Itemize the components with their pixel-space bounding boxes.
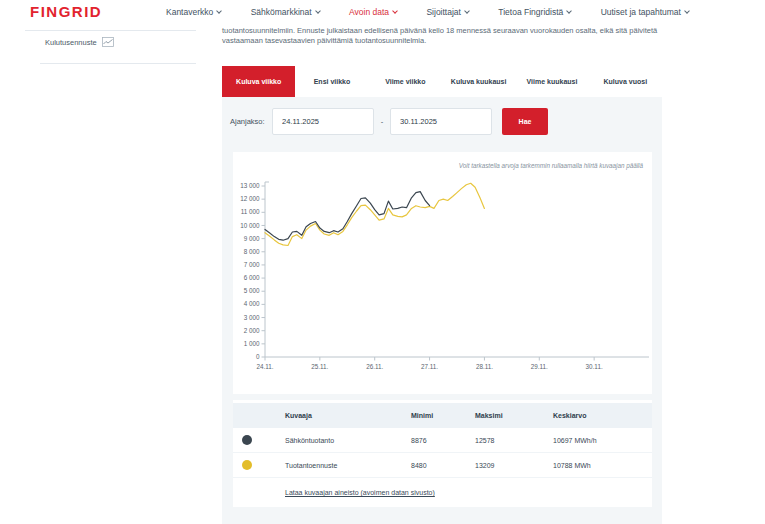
tab-kuluva-viikko[interactable]: Kuluva viikko bbox=[222, 66, 295, 97]
nav-label: Kantaverkko bbox=[166, 7, 213, 17]
data-panel: Kuluva viikko Ensi viikko Viime viikko K… bbox=[222, 66, 662, 524]
svg-text:11 000: 11 000 bbox=[241, 208, 260, 215]
svg-text:10 000: 10 000 bbox=[240, 222, 260, 229]
svg-text:28.11.: 28.11. bbox=[476, 363, 493, 370]
nav-label: Uutiset ja tapahtumat bbox=[601, 7, 681, 17]
chart-card: Voit tarkastella arvoja tarkemmin rullaa… bbox=[233, 152, 652, 394]
chevron-down-icon bbox=[216, 8, 222, 14]
svg-text:4 000: 4 000 bbox=[244, 300, 260, 307]
series-min: 8876 bbox=[411, 437, 475, 444]
svg-text:2 000: 2 000 bbox=[244, 327, 260, 334]
line-chart[interactable]: 01 0002 0003 0004 0005 0006 0007 0008 00… bbox=[233, 152, 652, 394]
sidebar-item-label: Kulutusennuste bbox=[45, 38, 97, 47]
svg-text:9 000: 9 000 bbox=[244, 235, 260, 242]
col-header-minimi: Minimi bbox=[411, 412, 475, 419]
nav-item-sahkomarkkinat[interactable]: Sähkömarkkinat bbox=[251, 7, 320, 17]
col-header-maksimi: Maksimi bbox=[475, 412, 553, 419]
chevron-down-icon bbox=[464, 8, 470, 14]
svg-text:13 000: 13 000 bbox=[240, 182, 260, 189]
svg-text:12 000: 12 000 bbox=[240, 195, 260, 202]
svg-text:8 000: 8 000 bbox=[244, 248, 260, 255]
fingrid-logo[interactable]: FINGRID bbox=[30, 0, 102, 24]
series-name: Sähköntuotanto bbox=[285, 437, 411, 444]
series-max: 12578 bbox=[475, 437, 553, 444]
date-filter-row: Ajanjakso: 24.11.2025 - 30.11.2025 Hae bbox=[222, 108, 662, 135]
chevron-down-icon bbox=[566, 8, 572, 14]
svg-text:24.11.: 24.11. bbox=[256, 363, 273, 370]
tab-viime-kuukausi[interactable]: Viime kuukausi bbox=[515, 66, 588, 97]
date-range-label: Ajanjakso: bbox=[230, 117, 272, 126]
svg-text:27.11.: 27.11. bbox=[421, 363, 438, 370]
table-row-sahkontuotanto: Sähköntuotanto 8876 12578 10697 MWh/h bbox=[233, 428, 652, 453]
series-color-dot bbox=[242, 460, 252, 470]
col-header-kuvaaja: Kuvaaja bbox=[285, 412, 411, 419]
svg-text:6 000: 6 000 bbox=[244, 274, 260, 281]
tab-ensi-viikko[interactable]: Ensi viikko bbox=[295, 66, 368, 97]
svg-text:25.11.: 25.11. bbox=[311, 363, 328, 370]
sidebar-item-kulutusennuste[interactable]: Kulutusennuste bbox=[45, 37, 114, 47]
tab-kuluva-kuukausi[interactable]: Kuluva kuukausi bbox=[442, 66, 515, 97]
line-chart-icon bbox=[102, 37, 114, 47]
date-range-separator: - bbox=[374, 117, 390, 126]
legend-table-card: Kuvaaja Minimi Maksimi Keskiarvo Sähkönt… bbox=[233, 400, 652, 507]
svg-text:0: 0 bbox=[256, 353, 260, 360]
table-row-tuotantoennuste: Tuotantoennuste 8480 13209 10788 MWh bbox=[233, 453, 652, 478]
svg-text:3 000: 3 000 bbox=[244, 314, 260, 321]
chevron-down-icon bbox=[684, 8, 690, 14]
search-button[interactable]: Hae bbox=[502, 108, 548, 135]
sidebar-divider bbox=[40, 63, 196, 64]
svg-text:1 000: 1 000 bbox=[244, 340, 260, 347]
page: FINGRID Kantaverkko Sähkömarkkinat Avoin… bbox=[0, 0, 765, 524]
nav-label: Avoin data bbox=[349, 7, 389, 17]
top-header: FINGRID Kantaverkko Sähkömarkkinat Avoin… bbox=[0, 0, 765, 24]
nav-item-sijoittajat[interactable]: Sijoittajat bbox=[426, 7, 469, 17]
main-nav: Kantaverkko Sähkömarkkinat Avoin data Si… bbox=[166, 0, 689, 24]
date-from-input[interactable]: 24.11.2025 bbox=[272, 108, 374, 135]
tab-kuluva-vuosi[interactable]: Kuluva vuosi bbox=[589, 66, 662, 97]
download-data-link[interactable]: Lataa kuvaajan aineisto (avoimen datan s… bbox=[285, 489, 435, 496]
nav-label: Tietoa Fingridistä bbox=[498, 7, 563, 17]
chevron-down-icon bbox=[315, 8, 321, 14]
series-max: 13209 bbox=[475, 462, 553, 469]
nav-label: Sijoittajat bbox=[426, 7, 461, 17]
series-min: 8480 bbox=[411, 462, 475, 469]
svg-text:7 000: 7 000 bbox=[244, 261, 260, 268]
col-header-keskiarvo: Keskiarvo bbox=[553, 412, 652, 419]
chevron-down-icon bbox=[392, 8, 398, 14]
nav-item-uutiset[interactable]: Uutiset ja tapahtumat bbox=[601, 7, 689, 17]
nav-item-avoin-data[interactable]: Avoin data bbox=[349, 7, 397, 17]
series-avg: 10788 MWh bbox=[553, 462, 652, 469]
nav-item-tietoa-fingridista[interactable]: Tietoa Fingridistä bbox=[498, 7, 571, 17]
svg-text:26.11.: 26.11. bbox=[366, 363, 383, 370]
svg-text:30.11.: 30.11. bbox=[586, 363, 603, 370]
series-avg: 10697 MWh/h bbox=[553, 437, 652, 444]
svg-text:5 000: 5 000 bbox=[244, 287, 260, 294]
nav-label: Sähkömarkkinat bbox=[251, 7, 312, 17]
tab-viime-viikko[interactable]: Viime viikko bbox=[369, 66, 442, 97]
sidebar-divider bbox=[25, 30, 196, 31]
period-tabbar: Kuluva viikko Ensi viikko Viime viikko K… bbox=[222, 66, 662, 97]
svg-text:29.11.: 29.11. bbox=[531, 363, 548, 370]
series-name: Tuotantoennuste bbox=[285, 462, 411, 469]
series-color-dot bbox=[242, 435, 252, 445]
nav-item-kantaverkko[interactable]: Kantaverkko bbox=[166, 7, 221, 17]
intro-text: tuotantosuunnitelmiin. Ennuste julkaista… bbox=[222, 26, 664, 46]
date-to-input[interactable]: 30.11.2025 bbox=[390, 108, 492, 135]
legend-table-header: Kuvaaja Minimi Maksimi Keskiarvo bbox=[233, 403, 652, 428]
